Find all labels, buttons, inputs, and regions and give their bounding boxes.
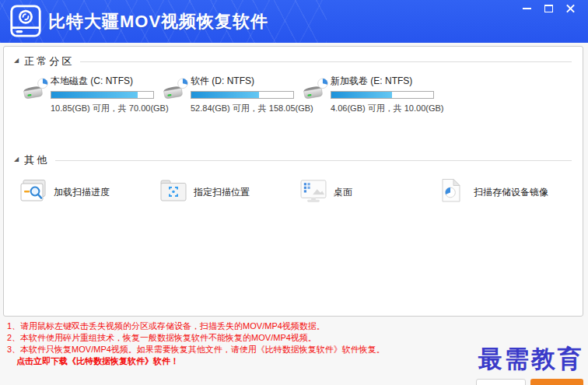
main-panel: ◢ 正常分区 本地磁盘 (C: NTFS)	[3, 46, 583, 317]
cutoff-button-white[interactable]	[476, 379, 526, 385]
other-item-desktop[interactable]: 桌面	[299, 178, 439, 206]
hard-drive-icon	[23, 75, 51, 114]
notice-line-1: 1、请用鼠标左键双击丢失视频的分区或存储设备，扫描丢失的MOV/MP4视频数据。	[7, 320, 385, 332]
section-title: 正常分区	[24, 54, 74, 68]
drive-item-d[interactable]: 软件 (D: NTFS) 52.84(GB) 可用，共 158.05(GB)	[163, 75, 303, 114]
notice-area: 1、请用鼠标左键双击丢失视频的分区或存储设备，扫描丢失的MOV/MP4视频数据。…	[7, 320, 385, 367]
drive-info: 本地磁盘 (C: NTFS) 10.85(GB) 可用，共 70.00(GB)	[51, 75, 169, 114]
minimize-icon[interactable]	[521, 2, 534, 15]
collapse-triangle-icon[interactable]: ◢	[14, 58, 19, 64]
drive-item-e[interactable]: 新加载卷 (E: NTFS) 4.06(GB) 可用，共 10.00(GB)	[303, 75, 443, 114]
drive-item-c[interactable]: 本地磁盘 (C: NTFS) 10.85(GB) 可用，共 70.00(GB)	[23, 75, 163, 114]
other-item-label: 加载扫描进度	[54, 186, 110, 199]
specify-scan-location-icon	[159, 179, 189, 205]
other-item-scan-storage-image[interactable]: 扫描存储设备镜像	[439, 178, 579, 206]
drive-capacity: 52.84(GB) 可用，共 158.05(GB)	[191, 103, 313, 114]
section-header-partitions[interactable]: ◢ 正常分区	[4, 47, 583, 68]
drive-capacity: 4.06(GB) 可用，共 10.00(GB)	[331, 103, 444, 114]
other-item-load-scan-progress[interactable]: 加载扫描进度	[19, 178, 159, 206]
section-divider	[80, 61, 572, 62]
watermark-text: 最需教育	[478, 343, 584, 376]
drive-info: 新加载卷 (E: NTFS) 4.06(GB) 可用，共 10.00(GB)	[331, 75, 444, 114]
hard-drive-icon	[163, 75, 191, 114]
collapse-triangle-icon[interactable]: ◢	[14, 156, 19, 163]
drive-info: 软件 (D: NTFS) 52.84(GB) 可用，共 158.05(GB)	[191, 75, 313, 114]
drive-usage-fill	[191, 92, 259, 98]
section-title: 其他	[24, 153, 49, 167]
hard-drive-icon	[303, 75, 331, 114]
app-title: 比特大疆MOV视频恢复软件	[48, 10, 268, 33]
maximize-icon[interactable]	[543, 2, 555, 15]
drive-usage-bar	[191, 91, 294, 99]
spacer	[4, 114, 583, 145]
drive-name: 软件 (D: NTFS)	[191, 75, 313, 88]
desktop-icon	[299, 179, 329, 205]
drive-usage-fill	[51, 92, 138, 98]
title-bar: 比特大疆MOV视频恢复软件	[0, 0, 588, 43]
load-scan-progress-icon	[19, 179, 49, 205]
others-list: 加载扫描进度 指定扫描位置	[4, 167, 583, 206]
drive-usage-fill	[331, 92, 392, 98]
cutoff-button-orange[interactable]	[530, 379, 583, 385]
app-logo-icon	[8, 3, 44, 39]
drive-capacity: 10.85(GB) 可用，共 70.00(GB)	[51, 103, 169, 114]
other-item-specify-scan-location[interactable]: 指定扫描位置	[159, 178, 299, 206]
other-item-label: 桌面	[334, 186, 352, 199]
download-software-link[interactable]: 点击立即下载《比特数据恢复软件》软件！	[16, 355, 385, 367]
notice-line-3: 3、本软件只恢复MOV/MP4视频。如果需要恢复其他文件，请使用《比特数据恢复软…	[7, 344, 385, 355]
window-controls	[521, 2, 577, 15]
drive-name: 新加载卷 (E: NTFS)	[331, 75, 444, 88]
close-icon[interactable]	[565, 2, 577, 15]
section-divider	[55, 160, 572, 161]
notice-line-2: 2、本软件使用碎片重组技术，恢复一般数据恢复软件不能恢复的MOV/MP4视频。	[7, 332, 385, 344]
other-item-label: 指定扫描位置	[194, 186, 250, 199]
drive-usage-bar	[51, 91, 154, 99]
drive-list: 本地磁盘 (C: NTFS) 10.85(GB) 可用，共 70.00(GB)	[4, 68, 583, 114]
other-item-label: 扫描存储设备镜像	[474, 186, 548, 199]
drive-name: 本地磁盘 (C: NTFS)	[51, 75, 169, 88]
drive-usage-bar	[331, 91, 434, 99]
scan-storage-image-icon	[439, 178, 469, 206]
section-header-others[interactable]: ◢ 其他	[4, 145, 583, 167]
